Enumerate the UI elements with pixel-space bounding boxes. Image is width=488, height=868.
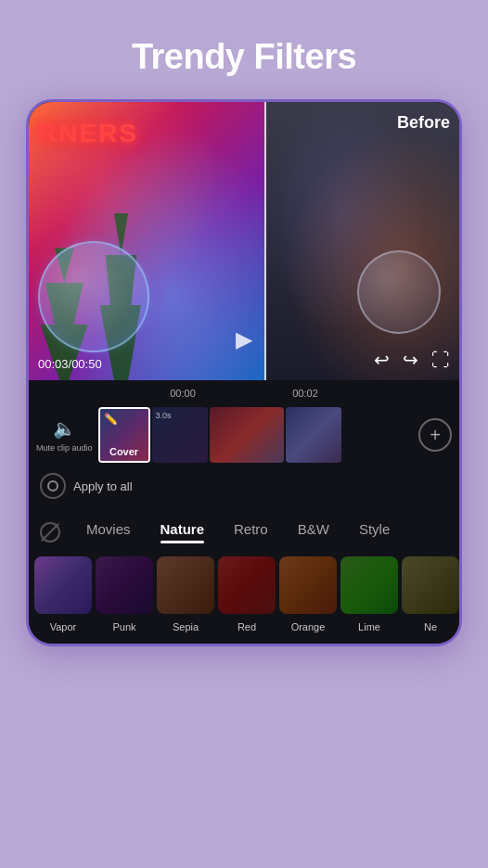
video-right-panel: Before — [265, 102, 459, 380]
timeline-marker-0: 00:00 — [170, 388, 196, 399]
clip-segment-3[interactable] — [286, 407, 341, 463]
filter-label-sepia: Sepia — [173, 621, 199, 632]
before-after-divider — [264, 102, 266, 380]
no-filter-tab[interactable] — [29, 516, 71, 549]
filter-thumb-img-orange — [279, 556, 337, 614]
filter-thumb-vapor[interactable]: Vapor — [34, 556, 92, 634]
apply-to-all-icon — [40, 473, 66, 499]
clip-edit-icon: ✏️ — [104, 413, 118, 426]
video-left-panel: RNERS — [29, 102, 265, 380]
filter-label-red: Red — [238, 621, 256, 632]
bubble-decoration — [38, 241, 149, 352]
filter-thumb-img-punk — [96, 556, 153, 614]
video-preview: RNERS Before ▶ 00:03/00:50 ↩ ↪ ⛶ — [29, 102, 459, 380]
tab-movies[interactable]: Movies — [71, 516, 146, 549]
filter-thumb-orange[interactable]: Orange — [279, 556, 337, 634]
filter-label-orange: Orange — [291, 621, 326, 632]
mute-icon[interactable]: 🔈 — [53, 417, 76, 440]
filter-thumb-img-ne — [402, 556, 459, 614]
timeline-area: 00:00 00:02 🔈 Mute clip audio ✏️ — [29, 380, 459, 508]
filter-thumb-ne[interactable]: Ne — [402, 556, 459, 634]
apply-icon-inner — [47, 480, 58, 491]
clip-segment-2[interactable] — [210, 407, 284, 463]
tab-nature[interactable]: Nature — [146, 516, 220, 549]
timeline-track: 🔈 Mute clip audio ✏️ Cover 3 — [29, 402, 459, 467]
before-label: Before — [397, 113, 450, 133]
filter-thumbnails: Vapor Punk Sepia Red Orange Lime Ne — [29, 553, 459, 644]
filter-thumb-sepia[interactable]: Sepia — [157, 556, 214, 634]
tab-retro[interactable]: Retro — [219, 516, 283, 549]
redo-icon[interactable]: ↪ — [403, 349, 418, 371]
clip-duration-label: 3.0s — [156, 411, 172, 420]
phone-frame: RNERS Before ▶ 00:03/00:50 ↩ ↪ ⛶ 00:00 0… — [26, 99, 462, 646]
cover-label: Cover — [100, 446, 148, 457]
apply-to-all-row: Apply to all — [29, 467, 459, 504]
clip-controls: 🔈 Mute clip audio — [36, 417, 93, 453]
filter-tabs: Movies Nature Retro B&W Style — [29, 508, 459, 553]
filter-thumb-img-lime — [340, 556, 398, 614]
play-button-overlay[interactable]: ▶ — [236, 326, 252, 352]
filter-thumb-lime[interactable]: Lime — [340, 556, 398, 634]
filter-thumb-img-red — [218, 556, 276, 614]
page-title: Trendy Filters — [132, 37, 356, 77]
filter-thumb-punk[interactable]: Punk — [96, 556, 153, 634]
neon-sign: RNERS — [38, 119, 138, 148]
no-filter-icon — [40, 522, 60, 542]
add-clip-button[interactable]: + — [418, 418, 452, 452]
filter-thumb-red[interactable]: Red — [218, 556, 276, 634]
filter-thumb-img-sepia — [157, 556, 214, 614]
cover-clip[interactable]: ✏️ Cover — [98, 407, 150, 463]
timeline-header: 00:00 00:02 — [29, 388, 459, 399]
filter-thumb-img-vapor — [34, 556, 92, 614]
clips-container: ✏️ Cover 3.0s — [98, 407, 413, 463]
tab-bw[interactable]: B&W — [283, 516, 344, 549]
apply-to-all-label[interactable]: Apply to all — [73, 479, 133, 493]
clip-segment-1[interactable]: 3.0s — [152, 407, 208, 463]
filter-label-lime: Lime — [358, 621, 380, 632]
filter-label-vapor: Vapor — [50, 621, 77, 632]
undo-icon[interactable]: ↩ — [374, 349, 390, 371]
tab-style[interactable]: Style — [344, 516, 405, 549]
filter-label-punk: Punk — [112, 621, 135, 632]
video-control-buttons: ↩ ↪ ⛶ — [374, 349, 450, 371]
filter-label-ne: Ne — [424, 621, 437, 632]
fullscreen-icon[interactable]: ⛶ — [431, 350, 450, 371]
timeline-marker-1: 00:02 — [292, 388, 318, 399]
mute-label: Mute clip audio — [36, 443, 93, 453]
bubble-right-decoration — [357, 250, 441, 334]
timestamp: 00:03/00:50 — [38, 357, 102, 371]
